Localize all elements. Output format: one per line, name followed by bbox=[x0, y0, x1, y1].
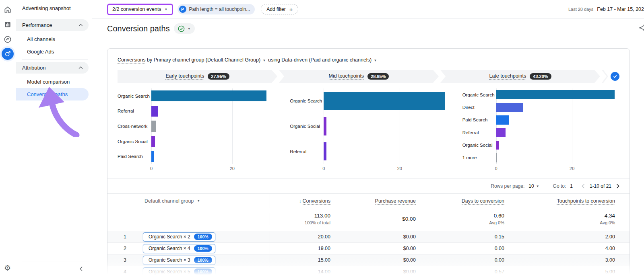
column-header-revenue[interactable]: Purchase revenue bbox=[330, 198, 416, 204]
chevron-down-icon[interactable]: ▼ bbox=[374, 59, 377, 62]
sidebar-section-performance[interactable]: Performance bbox=[16, 19, 89, 31]
row-revenue: $0.00 bbox=[330, 246, 416, 251]
row-revenue: $0.00 bbox=[330, 257, 416, 263]
row-days: 0.57 bbox=[416, 269, 504, 275]
funnel-stage-label: Early touchpoints bbox=[165, 73, 204, 80]
chart-bar-row bbox=[151, 104, 275, 119]
chart-bar bbox=[151, 121, 156, 131]
chevron-down-icon: ▼ bbox=[165, 8, 168, 11]
plus-icon: + bbox=[289, 6, 293, 13]
chart-x-tick: 20 bbox=[397, 166, 402, 171]
sidebar-item-model-comparison[interactable]: Model comparison bbox=[16, 76, 89, 88]
sidebar-divider bbox=[22, 59, 88, 60]
column-header-conversions[interactable]: ↓Conversions bbox=[270, 198, 330, 204]
path-length-filter-chip[interactable]: P Path length = all touchpoin... bbox=[178, 4, 255, 14]
collapse-chevron-left-icon[interactable] bbox=[79, 266, 83, 271]
table-row: 3Organic Search × 3100%15.00$0.000.003.0… bbox=[107, 254, 630, 266]
row-conversions: 19.00 bbox=[270, 246, 330, 251]
funnel-stage-percent-badge: 27.95% bbox=[208, 73, 229, 80]
chart-x-tick: 0 bbox=[150, 166, 153, 171]
column-header-touchpoints[interactable]: Touchpoints to conversion bbox=[504, 198, 630, 204]
chart-bars bbox=[324, 88, 447, 164]
table-body: 1Organic Search × 2100%20.00$0.000.152.0… bbox=[107, 231, 630, 277]
date-range-label: Feb 17 - Mar 15, 202 bbox=[597, 6, 644, 12]
row-days: 0.00 bbox=[416, 246, 504, 251]
selected-check-icon[interactable] bbox=[611, 72, 619, 81]
touchpoint-funnel: Early touchpoints27.95%Mid touchpoints28… bbox=[118, 70, 619, 83]
chart-category-label: Paid Search bbox=[462, 114, 496, 126]
report-status-menu[interactable]: ▼ bbox=[174, 23, 195, 34]
add-filter-button[interactable]: Add filter + bbox=[261, 4, 298, 14]
chart-category-label: Organic Search bbox=[462, 88, 496, 101]
column-header-dimension[interactable]: Default channel group ▼ bbox=[107, 194, 270, 208]
chart-x-tick: 20 bbox=[570, 166, 574, 171]
channel-path-label: Organic Search × 5 bbox=[149, 269, 190, 275]
table-row: 1Organic Search × 2100%20.00$0.000.152.0… bbox=[107, 231, 630, 242]
page-header: Conversion paths ▼ bbox=[92, 19, 644, 38]
advertising-sidebar: Advertising snapshot Performance All cha… bbox=[16, 0, 92, 279]
previous-page-icon[interactable] bbox=[582, 184, 585, 189]
chart-bar bbox=[324, 92, 445, 110]
chart-bar-row bbox=[151, 149, 275, 164]
chart-bar-row bbox=[496, 152, 619, 164]
dimension-selector-row: Conversions by Primary channel group (De… bbox=[107, 49, 630, 65]
chart-category-label: Referral bbox=[462, 126, 496, 139]
row-path-cell: Organic Search × 5100% bbox=[130, 266, 270, 277]
table-row: 2Organic Search × 4100%19.00$0.000.004.0… bbox=[107, 242, 630, 254]
advertising-icon[interactable] bbox=[2, 48, 14, 60]
funnel-stage-2[interactable]: Mid touchpoints28.85% bbox=[279, 70, 439, 83]
share-icon[interactable] bbox=[638, 23, 644, 34]
channel-path-chip[interactable]: Organic Search × 3100% bbox=[143, 256, 215, 265]
row-index: 3 bbox=[107, 254, 130, 266]
rows-per-page-select[interactable]: 10 ▼ bbox=[528, 183, 539, 189]
path-percent-badge: 100% bbox=[194, 234, 212, 240]
chart-category-label: 1 more bbox=[462, 152, 496, 164]
reports-icon[interactable] bbox=[3, 20, 12, 29]
funnel-stage-1[interactable]: Early touchpoints27.95% bbox=[118, 70, 277, 83]
chart-category-label: Paid Search bbox=[118, 149, 151, 164]
goto-label: Go to: bbox=[553, 183, 566, 189]
chart-category-labels: Organic SearchReferralCross-networkOrgan… bbox=[118, 88, 151, 164]
next-page-icon[interactable] bbox=[616, 184, 619, 189]
path-percent-badge: 100% bbox=[194, 257, 212, 263]
chart-bar bbox=[496, 153, 497, 162]
chart-x-tick: 0 bbox=[495, 166, 497, 171]
chart-bar-row bbox=[496, 101, 619, 113]
funnel-stage-label: Late touchpoints bbox=[489, 73, 526, 80]
settings-gear-icon[interactable]: ⚙ bbox=[3, 263, 12, 273]
sidebar-item-advertising-snapshot[interactable]: Advertising snapshot bbox=[16, 0, 92, 15]
chart-category-label: Direct bbox=[462, 101, 496, 113]
row-conversions: 20.00 bbox=[270, 234, 330, 240]
row-days: 0.15 bbox=[416, 234, 504, 240]
chart-category-label: Organic Social bbox=[462, 139, 496, 151]
conversion-events-selector[interactable]: 2/2 conversion events ▼ bbox=[107, 4, 173, 15]
date-range-picker[interactable]: Last 28 days Feb 17 - Mar 15, 202 bbox=[568, 6, 644, 12]
home-icon[interactable] bbox=[3, 5, 12, 14]
funnel-stage-3[interactable]: Late touchpoints43.20% bbox=[440, 70, 600, 83]
chevron-up-icon bbox=[78, 66, 83, 69]
goto-page-input[interactable]: 1 bbox=[570, 183, 573, 189]
sidebar-collapse bbox=[22, 261, 89, 273]
chart-bar bbox=[151, 151, 154, 162]
total-revenue: $0.00 bbox=[330, 216, 416, 222]
sidebar-section-attribution[interactable]: Attribution bbox=[16, 62, 89, 74]
channel-path-chip[interactable]: Organic Search × 5100% bbox=[143, 267, 215, 277]
column-header-days[interactable]: Days to conversion bbox=[416, 198, 504, 204]
chart-category-label: Referral bbox=[118, 104, 151, 119]
channel-path-chip[interactable]: Organic Search × 2100% bbox=[143, 232, 215, 242]
explore-icon[interactable] bbox=[3, 35, 12, 44]
chevron-down-icon[interactable]: ▼ bbox=[263, 59, 266, 62]
metric-label[interactable]: Conversions bbox=[118, 57, 145, 64]
chart-bar-row bbox=[496, 88, 619, 101]
path-percent-badge: 100% bbox=[194, 245, 212, 252]
filter-bar: 2/2 conversion events ▼ P Path length = … bbox=[92, 0, 644, 19]
channel-path-chip[interactable]: Organic Search × 4100% bbox=[143, 244, 215, 253]
sidebar-item-google-ads[interactable]: Google Ads bbox=[16, 45, 89, 58]
chevron-down-icon: ▼ bbox=[197, 199, 200, 203]
chart-x-tick: 0 bbox=[322, 166, 325, 171]
sidebar-item-conversion-paths[interactable]: Conversion paths bbox=[16, 88, 89, 101]
sidebar-item-all-channels[interactable]: All channels bbox=[16, 33, 89, 45]
app-icon-rail: ⚙ bbox=[0, 0, 15, 279]
date-preset-label: Last 28 days bbox=[568, 7, 593, 12]
row-touchpoints: 3.00 bbox=[504, 257, 630, 263]
